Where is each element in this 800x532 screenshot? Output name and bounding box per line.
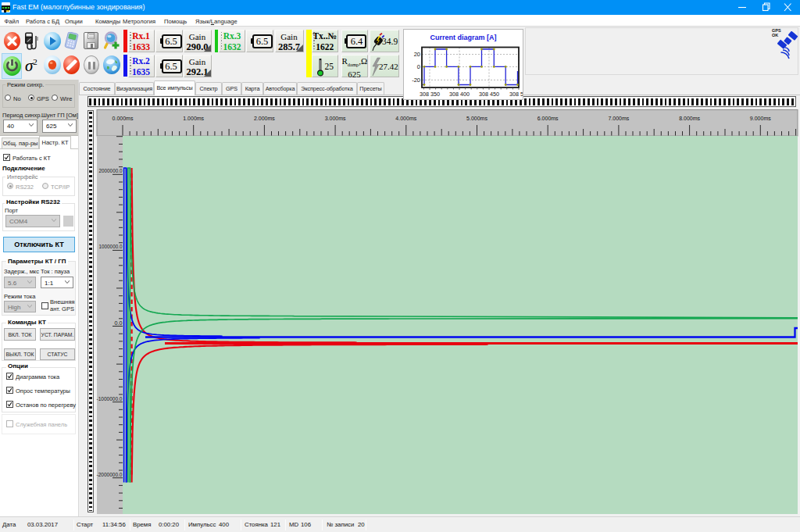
svg-text:-20: -20 bbox=[412, 77, 420, 84]
svg-text:1.000ms: 1.000ms bbox=[183, 116, 204, 121]
svg-text:0.0: 0.0 bbox=[115, 320, 123, 326]
svg-text:1000000.0: 1000000.0 bbox=[99, 244, 123, 249]
svg-text:0.000ms: 0.000ms bbox=[112, 116, 134, 121]
svg-text:308 400: 308 400 bbox=[449, 91, 470, 98]
svg-text:4.000ms: 4.000ms bbox=[395, 116, 416, 121]
svg-text:8.000ms: 8.000ms bbox=[679, 116, 700, 121]
svg-text:-1000000.0: -1000000.0 bbox=[97, 396, 123, 402]
svg-text:308 450: 308 450 bbox=[479, 91, 499, 98]
svg-text:308 350: 308 350 bbox=[420, 91, 440, 98]
svg-text:7.000ms: 7.000ms bbox=[608, 116, 629, 121]
svg-text:6.000ms: 6.000ms bbox=[538, 116, 559, 121]
svg-text:5.000ms: 5.000ms bbox=[466, 116, 488, 121]
svg-text:308 50: 308 50 bbox=[509, 91, 523, 98]
svg-text:20: 20 bbox=[414, 51, 420, 58]
svg-text:3.000ms: 3.000ms bbox=[325, 116, 346, 121]
svg-text:2.000ms: 2.000ms bbox=[254, 116, 275, 121]
svg-text:2000000.0: 2000000.0 bbox=[99, 168, 123, 173]
svg-text:-2000000.0: -2000000.0 bbox=[97, 472, 123, 477]
svg-text:0: 0 bbox=[417, 63, 420, 70]
svg-text:9.000ms: 9.000ms bbox=[750, 116, 771, 121]
